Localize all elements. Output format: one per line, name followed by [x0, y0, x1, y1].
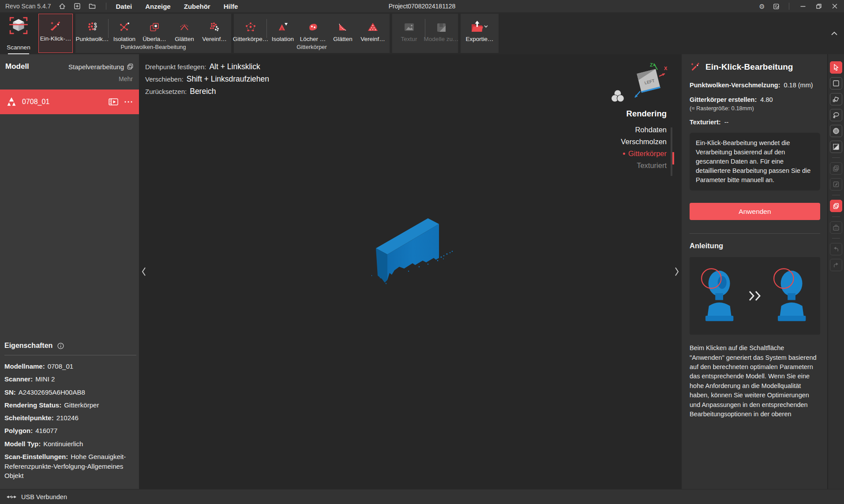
open-folder-icon[interactable] — [88, 2, 96, 10]
info-icon[interactable] — [57, 342, 64, 350]
usb-icon — [6, 494, 17, 500]
viewport-hints: Drehpunkt festlegen:Alt + Linksklick Ver… — [145, 62, 269, 99]
new-project-icon[interactable] — [73, 2, 81, 10]
apply-button[interactable]: Anwenden — [690, 203, 820, 220]
menu-bar: Datei Anzeige Zubehör Hilfe — [116, 3, 238, 10]
pc-overlap-label: Überla… — [143, 36, 166, 42]
mesh-simplify-label: Vereinf… — [360, 36, 385, 42]
menu-hilfe[interactable]: Hilfe — [224, 3, 238, 10]
magic-wand-icon — [49, 18, 62, 33]
param-mesh: Gitterkörper erstellen:4.80 — [690, 96, 820, 103]
usb-status-label: USB Verbunden — [21, 493, 67, 500]
simplify-dots-icon — [208, 19, 221, 34]
pc-isolation-button[interactable]: Isolation — [109, 15, 139, 43]
pc-smooth-button[interactable]: Glätten — [169, 15, 199, 43]
mesh-holes-label: Löcher … — [300, 36, 326, 42]
close-button[interactable] — [830, 2, 840, 11]
one-click-edit-button[interactable]: Ein-Klick-… — [41, 16, 71, 43]
one-click-group-label — [39, 43, 72, 52]
scan-cube-icon — [8, 15, 29, 36]
panel-divider — [690, 233, 820, 234]
select-cursor-tool[interactable] — [830, 61, 842, 74]
prop-label: Scan-Einstellungen: — [4, 453, 68, 460]
batch-processing-button[interactable]: Stapelverarbeitung — [68, 63, 134, 71]
tab-modell[interactable]: Modell — [5, 62, 29, 71]
restore-button[interactable] — [814, 2, 824, 11]
mesh-holes-button[interactable]: Löcher … — [298, 15, 328, 43]
strip-divider — [832, 217, 840, 217]
sphere-select-tool[interactable] — [830, 125, 842, 137]
hint-label: Zurücksetzen: — [145, 88, 187, 95]
settings-gear-icon[interactable]: ⚙ — [758, 2, 766, 10]
render-option-verschmolzen[interactable]: Verschmolzen — [621, 136, 667, 148]
mesh-smooth-button[interactable]: Glätten — [328, 15, 358, 43]
more-link[interactable]: Mehr — [0, 71, 139, 82]
undo-tool — [830, 243, 842, 255]
rendering-selector: Rendering Rohdaten Verschmolzen Gitterkö… — [621, 109, 667, 172]
scan-tab-label: Scannen — [7, 44, 30, 51]
minimize-button[interactable] — [798, 2, 808, 11]
polygon-select-tool[interactable] — [830, 93, 842, 105]
mesh-model-icon — [6, 97, 17, 107]
scan-mode-tab[interactable]: Scannen — [0, 12, 37, 54]
prop-value: A24302695A6H00AB8 — [19, 388, 85, 396]
mesh-smooth-label: Glätten — [333, 36, 353, 42]
prop-label: Scheitelpunkte: — [4, 414, 54, 422]
panel-collapse-left-chevron[interactable] — [141, 267, 146, 276]
render-mode-balls-icon[interactable] — [610, 89, 625, 104]
home-icon[interactable] — [58, 2, 66, 10]
rectangle-select-tool[interactable] — [830, 77, 842, 90]
mesh-isolation-label: Isolation — [272, 36, 294, 42]
active-bullet — [623, 153, 625, 155]
prop-row: Scanner:MINI 2 — [4, 374, 136, 384]
model-list-item[interactable]: 0708_01 — [0, 90, 139, 114]
guide-title: Anleitung — [690, 242, 820, 250]
prop-row: Scan-Einstellungen:Hohe Genauigkeit-Refe… — [4, 452, 136, 481]
guide-illustration — [690, 257, 820, 335]
pc-overlap-button[interactable]: Überla… — [139, 15, 169, 43]
prop-label: Modell Typ: — [4, 440, 41, 448]
pointcloud-merge-label: Punktwolk… — [75, 36, 109, 42]
menu-anzeige[interactable]: Anzeige — [145, 3, 171, 10]
render-option-rohdaten[interactable]: Rohdaten — [621, 124, 667, 136]
feedback-note-icon[interactable] — [772, 2, 780, 10]
magic-wand-icon — [690, 61, 701, 73]
merge-models-button: Modelle zu… — [426, 15, 456, 43]
pc-simplify-button[interactable]: Vereinf… — [199, 15, 229, 43]
hint-value: Shift + Linksdraufziehen — [187, 75, 269, 84]
viewport-3d[interactable]: Drehpunkt festlegen:Alt + Linksklick Ver… — [139, 54, 682, 489]
merge-models-label: Modelle zu… — [424, 36, 459, 42]
hint-value: Bereich — [190, 87, 216, 96]
mesh-simplify-button[interactable]: Vereinf… — [358, 15, 388, 43]
bust-before-image — [697, 267, 741, 325]
render-option-gitterkoerper[interactable]: Gitterkörper — [621, 148, 667, 160]
export-folder-icon — [470, 19, 489, 34]
panel-collapse-right-chevron[interactable] — [674, 267, 679, 276]
param-merge: Punktwolken-Verschmelzung:0.18 (mm) — [690, 82, 820, 89]
model-video-icon[interactable] — [108, 97, 119, 106]
one-click-panel: Ein-Klick-… — [38, 14, 73, 53]
navigation-cube[interactable]: LEFT Z X — [631, 62, 668, 105]
model-menu-dots-icon[interactable] — [124, 101, 133, 103]
prop-row: Scheitelpunkte:210246 — [4, 413, 136, 423]
menu-zubehoer[interactable]: Zubehör — [184, 3, 210, 10]
overlap-regions-tool[interactable] — [830, 200, 842, 212]
export-button[interactable]: Exportie… — [462, 15, 497, 43]
mesh-create-button[interactable]: Gitterkörpe… — [236, 15, 266, 43]
toolbar-collapse-chevron-icon[interactable] — [831, 31, 838, 36]
guide-text: Beim Klicken auf die Schaltfläche "Anwen… — [690, 343, 820, 419]
param-value: -- — [724, 119, 729, 126]
pc-isolation-label: Isolation — [113, 36, 135, 42]
pointcloud-merge-button[interactable]: Punktwolk… — [77, 15, 107, 43]
point-cloud-icon — [86, 19, 98, 34]
prop-value: 416077 — [35, 427, 57, 434]
lasso-select-tool[interactable] — [830, 109, 842, 121]
mesh-isolation-button[interactable]: Isolation — [268, 15, 298, 43]
mesh-pentagon-icon — [244, 19, 257, 34]
left-panel: Modell Stapelverarbeitung Mehr 0708_01 — [0, 54, 139, 489]
panel-title: Ein-Klick-Bearbeitung — [705, 62, 793, 72]
prop-value: Gitterkörper — [64, 401, 99, 409]
invert-selection-tool[interactable] — [830, 141, 842, 153]
batch-copy-icon — [127, 63, 134, 70]
menu-datei[interactable]: Datei — [116, 3, 132, 10]
